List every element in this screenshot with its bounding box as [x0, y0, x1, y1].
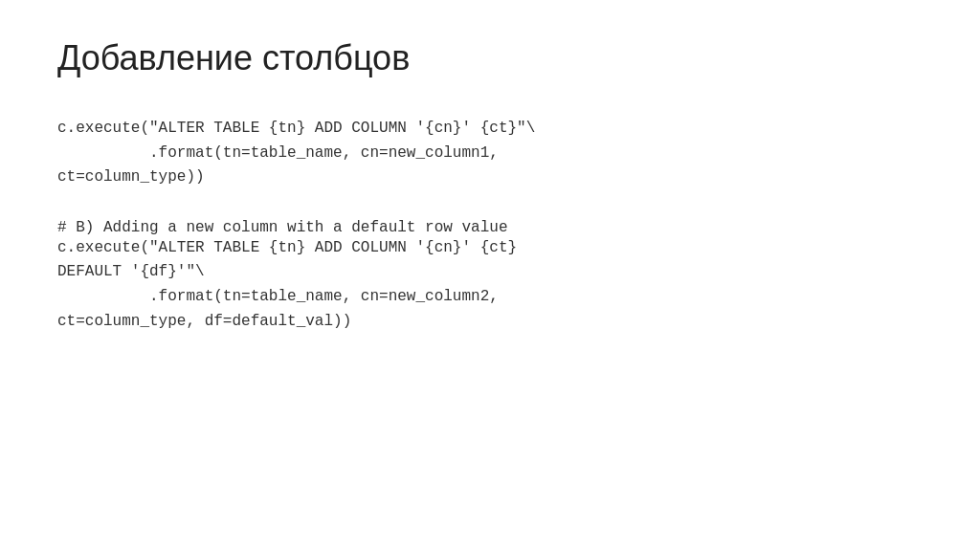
code-block-1: c.execute("ALTER TABLE {tn} ADD COLUMN '… [57, 117, 923, 190]
code-comment: # B) Adding a new column with a default … [57, 219, 923, 236]
code-section-1: c.execute("ALTER TABLE {tn} ADD COLUMN '… [57, 117, 923, 190]
code-block-2: c.execute("ALTER TABLE {tn} ADD COLUMN '… [57, 236, 923, 334]
page-title: Добавление столбцов [57, 38, 923, 78]
code-section-2: # B) Adding a new column with a default … [57, 219, 923, 334]
code-container: c.execute("ALTER TABLE {tn} ADD COLUMN '… [57, 117, 923, 334]
